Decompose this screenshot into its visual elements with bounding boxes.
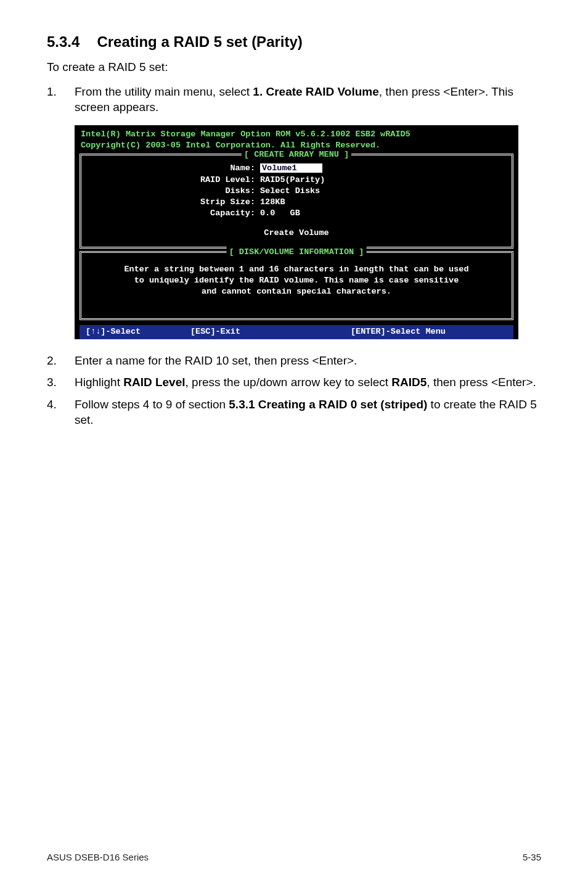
section-number: 5.3.4	[47, 33, 80, 51]
section-title: Creating a RAID 5 set (Parity)	[97, 33, 302, 50]
info-line-1: Enter a string between 1 and 16 characte…	[91, 264, 502, 275]
step-4: 4. Follow steps 4 to 9 of section 5.3.1 …	[47, 397, 541, 428]
create-volume-action[interactable]: Create Volume	[81, 228, 512, 239]
field-disks: Disks: Select Disks	[81, 186, 512, 197]
step-number: 4.	[47, 397, 75, 428]
key-select: [↑↓]-Select	[86, 326, 190, 337]
bios-screenshot: Intel(R) Matrix Storage Manager Option R…	[75, 125, 518, 339]
field-strip-size: Strip Size: 128KB	[81, 197, 512, 208]
create-array-box: [ CREATE ARRAY MENU ] Name: Volume1 RAID…	[80, 154, 513, 248]
key-enter: [ENTER]-Select Menu	[351, 326, 507, 337]
step-number: 2.	[47, 353, 75, 369]
step-1: 1. From the utility main menu, select 1.…	[47, 84, 541, 339]
info-line-3: and cannot contain special characters.	[91, 286, 502, 297]
field-capacity: Capacity: 0.0 GB	[81, 208, 512, 219]
rom-header-1: Intel(R) Matrix Storage Manager Option R…	[75, 129, 518, 140]
step-2: 2. Enter a name for the RAID 10 set, the…	[47, 353, 541, 369]
step-number: 1.	[47, 84, 75, 115]
page-footer: ASUS DSEB-D16 Series 5-35	[47, 852, 541, 862]
step-body: Follow steps 4 to 9 of section 5.3.1 Cre…	[75, 397, 541, 428]
footer-right: 5-35	[523, 852, 541, 862]
step-body: Highlight RAID Level, press the up/down …	[75, 374, 541, 390]
field-raid-level: RAID Level: RAID5(Parity)	[81, 175, 512, 186]
section-heading: 5.3.4Creating a RAID 5 set (Parity)	[47, 33, 541, 51]
key-exit: [ESC]-Exit	[190, 326, 351, 337]
name-input[interactable]: Volume1	[260, 163, 299, 173]
step-body: Enter a name for the RAID 10 set, then p…	[75, 353, 541, 369]
key-help-bar: [↑↓]-Select [ESC]-Exit [ENTER]-Select Me…	[80, 325, 513, 339]
field-name: Name: Volume1	[81, 163, 512, 174]
info-line-2: to uniquely identify the RAID volume. Th…	[91, 275, 502, 286]
step-3: 3. Highlight RAID Level, press the up/do…	[47, 374, 541, 390]
disk-volume-info-box: [ DISK/VOLUME INFORMATION ] Enter a stri…	[80, 251, 513, 321]
intro-text: To create a RAID 5 set:	[47, 59, 541, 75]
step-body: From the utility main menu, select 1. Cr…	[75, 84, 541, 115]
footer-left: ASUS DSEB-D16 Series	[47, 852, 149, 862]
step-number: 3.	[47, 374, 75, 390]
create-array-title: [ CREATE ARRAY MENU ]	[242, 149, 351, 160]
disk-volume-info-title: [ DISK/VOLUME INFORMATION ]	[227, 247, 367, 258]
steps-list: 1. From the utility main menu, select 1.…	[47, 84, 541, 428]
